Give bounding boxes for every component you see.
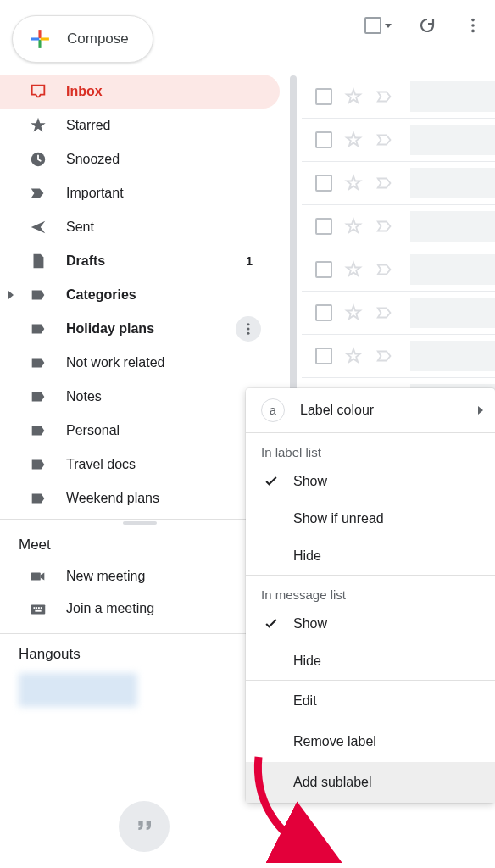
row-checkbox[interactable]	[315, 218, 332, 235]
checkbox-icon	[364, 17, 381, 34]
important-icon	[29, 184, 47, 203]
sidebar-item-not-work-related[interactable]: Not work related	[0, 346, 280, 380]
row-checkbox[interactable]	[315, 175, 332, 192]
row-checkbox[interactable]	[315, 88, 332, 105]
sidebar: InboxStarredSnoozedImportantSentDrafts1C…	[0, 68, 280, 707]
sidebar-item-important[interactable]: Important	[0, 176, 280, 210]
video-icon	[29, 567, 47, 586]
unread-count: 1	[246, 254, 268, 268]
hangouts-user[interactable]	[19, 673, 137, 707]
message-preview	[410, 81, 495, 112]
menu-option-label: Show	[293, 616, 327, 632]
menu-option-label: Show	[293, 474, 327, 489]
row-checkbox[interactable]	[315, 131, 332, 148]
important-icon[interactable]	[375, 217, 395, 236]
menu-option-show[interactable]: Show	[246, 463, 495, 500]
star-icon[interactable]	[344, 347, 363, 365]
sidebar-item-categories[interactable]: Categories	[0, 278, 280, 312]
svg-rect-14	[41, 37, 49, 40]
message-row[interactable]	[302, 119, 495, 162]
star-icon[interactable]	[344, 217, 363, 236]
sidebar-item-snoozed[interactable]: Snoozed	[0, 142, 280, 176]
row-checkbox[interactable]	[315, 348, 332, 364]
menu-action-label: Remove label	[293, 734, 376, 749]
hangouts-fab[interactable]	[119, 801, 170, 852]
check-icon	[263, 473, 280, 490]
label-icon	[29, 286, 47, 304]
star-icon[interactable]	[344, 260, 363, 279]
menu-option-label: Show if unread	[293, 511, 384, 526]
message-preview	[410, 211, 495, 242]
row-checkbox[interactable]	[315, 304, 332, 321]
menu-option-show-if-unread[interactable]: Show if unread	[246, 500, 495, 537]
star-icon[interactable]	[344, 174, 363, 192]
menu-option-hide[interactable]: Hide	[246, 537, 495, 575]
menu-action-label: Edit	[293, 693, 317, 709]
menu-heading-message-list: In message list	[246, 576, 495, 605]
message-row[interactable]	[302, 335, 495, 378]
message-row[interactable]	[302, 248, 495, 292]
label-icon	[29, 387, 47, 406]
sidebar-item-personal[interactable]: Personal	[0, 414, 280, 448]
sidebar-item-starred[interactable]: Starred	[0, 108, 280, 142]
important-icon[interactable]	[375, 303, 395, 322]
message-row[interactable]	[302, 75, 495, 119]
menu-option-hide[interactable]: Hide	[246, 643, 495, 680]
compose-button[interactable]: Compose	[12, 15, 153, 63]
more-button[interactable]	[463, 15, 483, 36]
message-row[interactable]	[302, 205, 495, 248]
sidebar-item-travel-docs[interactable]: Travel docs	[0, 448, 280, 481]
sidebar-item-holiday-plans[interactable]: Holiday plans	[0, 312, 280, 346]
label-more-button[interactable]	[236, 316, 261, 342]
menu-option-show[interactable]: Show	[246, 605, 495, 643]
meet-item-join-a-meeting[interactable]: Join a meeting	[0, 593, 280, 625]
meet-item-new-meeting[interactable]: New meeting	[0, 560, 280, 593]
refresh-button[interactable]	[417, 15, 437, 36]
row-checkbox[interactable]	[315, 261, 332, 278]
sent-icon	[29, 218, 47, 236]
sidebar-item-inbox[interactable]: Inbox	[0, 75, 280, 108]
meet-item-label: New meeting	[66, 569, 145, 584]
sidebar-item-drafts[interactable]: Drafts1	[0, 244, 280, 278]
important-icon[interactable]	[375, 87, 395, 106]
message-row[interactable]	[302, 162, 495, 205]
chevron-right-icon	[478, 406, 483, 415]
star-icon[interactable]	[344, 303, 363, 322]
message-preview	[410, 168, 495, 198]
sidebar-item-label: Weekend plans	[66, 491, 268, 506]
sidebar-item-label: Important	[66, 186, 268, 201]
label-context-menu: a Label colour In label list ShowShow if…	[246, 388, 495, 803]
inbox-icon	[29, 82, 47, 101]
important-icon[interactable]	[375, 174, 395, 192]
sidebar-item-label: Not work related	[66, 355, 268, 370]
sidebar-item-weekend-plans[interactable]: Weekend plans	[0, 481, 280, 515]
scrollbar[interactable]	[290, 75, 297, 421]
label-colour-icon: a	[261, 398, 285, 422]
keyboard-icon	[29, 599, 47, 618]
menu-label-colour[interactable]: a Label colour	[246, 388, 495, 432]
caret-down-icon	[385, 24, 392, 28]
menu-action-add-sublabel[interactable]: Add sublabel	[246, 762, 495, 803]
sidebar-item-label: Starred	[66, 118, 268, 133]
important-icon[interactable]	[375, 260, 395, 279]
menu-action-label: Add sublabel	[293, 775, 372, 790]
sidebar-item-notes[interactable]: Notes	[0, 380, 280, 414]
label-icon	[29, 421, 47, 440]
star-icon[interactable]	[344, 87, 363, 106]
star-icon[interactable]	[344, 131, 363, 149]
menu-heading-label-list: In label list	[246, 433, 495, 463]
svg-rect-13	[31, 37, 39, 40]
important-icon[interactable]	[375, 347, 395, 365]
sidebar-item-sent[interactable]: Sent	[0, 210, 280, 244]
menu-option-label: Hide	[293, 654, 321, 669]
message-row[interactable]	[302, 292, 495, 335]
clock-icon	[29, 150, 47, 169]
label-icon	[29, 353, 47, 372]
menu-label: Label colour	[300, 403, 374, 418]
sidebar-item-label: Personal	[66, 423, 268, 438]
select-all-checkbox[interactable]	[364, 17, 392, 34]
message-preview	[410, 298, 495, 328]
menu-action-edit[interactable]: Edit	[246, 681, 495, 721]
important-icon[interactable]	[375, 131, 395, 149]
menu-action-remove-label[interactable]: Remove label	[246, 721, 495, 762]
